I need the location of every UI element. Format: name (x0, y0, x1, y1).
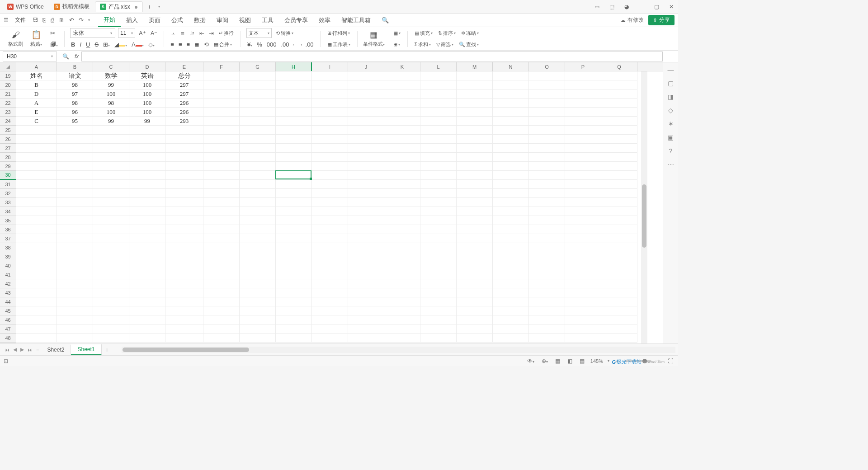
cell-Q43[interactable] (601, 288, 637, 297)
cell-A29[interactable] (16, 162, 57, 171)
cell-Q19[interactable] (601, 71, 637, 80)
cell-L47[interactable] (420, 324, 457, 334)
cell-O47[interactable] (529, 324, 565, 334)
cell-N30[interactable] (493, 171, 529, 180)
cell-F39[interactable] (203, 252, 240, 261)
qat-dropdown[interactable]: ▾ (88, 18, 90, 22)
cell-F34[interactable] (203, 207, 240, 216)
cell-Q42[interactable] (601, 279, 637, 288)
cell-M44[interactable] (457, 297, 493, 306)
cell-P32[interactable] (565, 189, 601, 198)
cell-D41[interactable] (129, 270, 165, 279)
cell-N37[interactable] (493, 234, 529, 243)
tab-review[interactable]: 审阅 (211, 14, 234, 27)
cell-H27[interactable] (276, 144, 312, 153)
cell-C23[interactable]: 100 (93, 108, 129, 117)
cell-P42[interactable] (565, 279, 601, 288)
cell-E47[interactable] (165, 324, 203, 334)
row-header-26[interactable]: 26 (0, 135, 16, 144)
cell-K38[interactable] (384, 243, 420, 252)
cell-O28[interactable] (529, 153, 565, 162)
cell-N31[interactable] (493, 180, 529, 189)
cell-M21[interactable] (457, 89, 493, 99)
cell-F38[interactable] (203, 243, 240, 252)
cell-P20[interactable] (565, 80, 601, 89)
cell-K23[interactable] (384, 108, 420, 117)
cell-B42[interactable] (57, 279, 93, 288)
cell-M39[interactable] (457, 252, 493, 261)
cell-A35[interactable] (16, 216, 57, 225)
row-header-33[interactable]: 33 (0, 198, 16, 207)
cell-F44[interactable] (203, 297, 240, 306)
cell-C36[interactable] (93, 225, 129, 234)
merge-button[interactable]: ▦合并▾ (212, 40, 233, 49)
add-sheet-button[interactable]: + (102, 346, 113, 353)
cell-C26[interactable] (93, 135, 129, 144)
row-header-47[interactable]: 47 (0, 324, 16, 334)
cell-E32[interactable] (165, 189, 203, 198)
cell-G37[interactable] (240, 234, 276, 243)
cell-B36[interactable] (57, 225, 93, 234)
cell-H44[interactable] (276, 297, 312, 306)
cell-I33[interactable] (312, 198, 348, 207)
align-right-icon[interactable]: ≡ (186, 40, 191, 49)
cell-M23[interactable] (457, 108, 493, 117)
align-middle-icon[interactable]: ≡ (180, 29, 185, 38)
cell-M46[interactable] (457, 315, 493, 324)
cell-K46[interactable] (384, 315, 420, 324)
cell-A47[interactable] (16, 324, 57, 334)
cell-style-icon[interactable]: ▦▾ (392, 29, 402, 37)
cell-D42[interactable] (129, 279, 165, 288)
cell-J27[interactable] (348, 144, 384, 153)
cell-O25[interactable] (529, 126, 565, 135)
indent-inc-icon[interactable]: ⇥ (208, 29, 215, 38)
cell-O37[interactable] (529, 234, 565, 243)
cell-F23[interactable] (203, 108, 240, 117)
cell-J38[interactable] (348, 243, 384, 252)
document-tab[interactable]: S 产品.xlsx ● (95, 1, 143, 12)
currency-icon[interactable]: ¥▾ (246, 40, 253, 49)
cell-B35[interactable] (57, 216, 93, 225)
export-icon[interactable]: ⎘ (42, 17, 46, 24)
cell-G26[interactable] (240, 135, 276, 144)
increase-font-icon[interactable]: A⁺ (138, 29, 147, 38)
row-header-43[interactable]: 43 (0, 288, 16, 297)
align-bottom-icon[interactable]: ⫡ (188, 29, 196, 38)
cell-B21[interactable]: 97 (57, 89, 93, 99)
cell-A34[interactable] (16, 207, 57, 216)
cell-D48[interactable] (129, 334, 165, 343)
cell-K27[interactable] (384, 144, 420, 153)
orientation-icon[interactable]: ⟲ (203, 40, 210, 49)
tab-insert[interactable]: 插入 (121, 14, 143, 27)
view-page-icon[interactable]: ◧ (566, 357, 574, 365)
cell-L44[interactable] (420, 297, 457, 306)
target-icon[interactable]: ⊕▾ (540, 357, 549, 365)
cell-B25[interactable] (57, 126, 93, 135)
col-header-L[interactable]: L (420, 62, 457, 71)
cell-E44[interactable] (165, 297, 203, 306)
cell-J29[interactable] (348, 162, 384, 171)
cell-D33[interactable] (129, 198, 165, 207)
cell-A39[interactable] (16, 252, 57, 261)
cell-N42[interactable] (493, 279, 529, 288)
cell-G30[interactable] (240, 171, 276, 180)
cell-E31[interactable] (165, 180, 203, 189)
cell-G47[interactable] (240, 324, 276, 334)
cell-D44[interactable] (129, 297, 165, 306)
col-header-H[interactable]: H (276, 62, 312, 71)
cell-N41[interactable] (493, 270, 529, 279)
cell-J35[interactable] (348, 216, 384, 225)
wrap-button[interactable]: ↵换行 (217, 29, 235, 38)
cell-B31[interactable] (57, 180, 93, 189)
cell-M34[interactable] (457, 207, 493, 216)
cell-J42[interactable] (348, 279, 384, 288)
cell-B39[interactable] (57, 252, 93, 261)
cell-E23[interactable]: 296 (165, 108, 203, 117)
underline-button[interactable]: U (85, 40, 91, 49)
cell-J45[interactable] (348, 306, 384, 315)
cell-P21[interactable] (565, 89, 601, 99)
status-indicator-icon[interactable]: ⊡ (4, 358, 8, 364)
cell-E27[interactable] (165, 144, 203, 153)
cell-H37[interactable] (276, 234, 312, 243)
cell-M48[interactable] (457, 334, 493, 343)
